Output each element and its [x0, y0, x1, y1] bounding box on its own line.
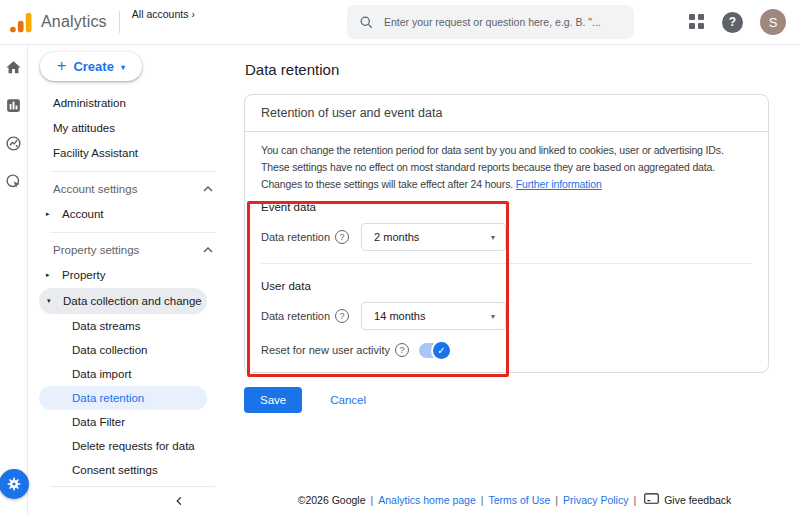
- cancel-button[interactable]: Cancel: [330, 394, 366, 406]
- user-retention-select[interactable]: 14 months ▾: [361, 302, 506, 330]
- create-label: Create: [73, 59, 113, 74]
- search-icon: [359, 15, 374, 30]
- sidebar-item-label: Administration: [53, 97, 126, 109]
- sidebar-footer: [50, 486, 215, 516]
- footer-link-terms[interactable]: Terms of Use: [489, 494, 551, 506]
- sidebar-item-data-streams[interactable]: Data streams: [28, 314, 229, 338]
- chevron-left-icon: [174, 495, 185, 507]
- divider: [50, 171, 215, 172]
- page-title: Data retention: [245, 61, 770, 78]
- sidebar-item-label: Data collection: [72, 344, 147, 356]
- sidebar-item-data-filter[interactable]: Data Filter: [28, 410, 229, 434]
- sidebar-item-property[interactable]: ▸ Property: [28, 263, 229, 288]
- toggle-thumb-check-icon: ✓: [431, 340, 452, 361]
- chevron-right-icon: ▸: [46, 271, 54, 279]
- description-text: You can change the retention period for …: [261, 144, 724, 190]
- event-retention-select[interactable]: 2 months ▾: [361, 223, 506, 251]
- sidebar-item-data-collection[interactable]: Data collection: [28, 338, 229, 362]
- footer-link-analytics-home[interactable]: Analytics home page: [378, 494, 475, 506]
- sidebar-item-delete-requests[interactable]: Delete requests for data: [28, 434, 229, 458]
- sidebar-item-label: Data collection and change: [63, 295, 202, 307]
- separator: |: [555, 494, 558, 506]
- plus-icon: +: [57, 57, 66, 75]
- sidebar-item-label: Property: [62, 269, 105, 281]
- card-title: Retention of user and event data: [245, 95, 768, 132]
- main-content: Data retention Retention of user and eve…: [229, 45, 800, 515]
- event-retention-row: Data retention ? 2 months ▾: [261, 223, 752, 251]
- explore-icon[interactable]: [5, 135, 22, 152]
- user-data-title: User data: [261, 280, 752, 292]
- home-icon[interactable]: [5, 59, 22, 76]
- separator: |: [371, 494, 374, 506]
- give-feedback-button[interactable]: Give feedback: [644, 493, 731, 506]
- logo-text: Analytics: [41, 13, 107, 31]
- sidebar-item-consent-settings[interactable]: Consent settings: [28, 458, 229, 482]
- form-actions: Save Cancel: [244, 387, 770, 413]
- breadcrumb[interactable]: All accounts ›: [132, 8, 195, 20]
- sidebar-item-data-retention[interactable]: Data retention: [39, 386, 207, 410]
- help-tooltip-icon[interactable]: ?: [335, 230, 349, 244]
- analytics-logo-icon: [10, 12, 32, 33]
- icon-rail: [0, 45, 28, 515]
- sidebar-item-administration[interactable]: Administration: [28, 91, 229, 116]
- copyright: ©2026 Google: [298, 494, 366, 506]
- section-property-settings[interactable]: Property settings: [28, 238, 229, 263]
- search-input[interactable]: [384, 16, 622, 28]
- sidebar-item-label: Consent settings: [72, 464, 158, 476]
- header-actions: ? S: [689, 9, 786, 35]
- reports-icon[interactable]: [5, 97, 22, 114]
- chevron-up-icon: [203, 247, 213, 253]
- sidebar-item-account[interactable]: ▸ Account: [28, 202, 229, 227]
- header-divider: [119, 11, 120, 33]
- feedback-label: Give feedback: [664, 494, 731, 506]
- page-footer: ©2026 Google | Analytics home page | Ter…: [229, 493, 800, 506]
- help-tooltip-icon[interactable]: ?: [335, 309, 349, 323]
- apps-grid-icon[interactable]: [689, 14, 705, 30]
- reset-activity-toggle[interactable]: ✓: [419, 343, 449, 358]
- footer-link-privacy[interactable]: Privacy Policy: [563, 494, 628, 506]
- sidebar-item-my-attitudes[interactable]: My attitudes: [28, 116, 229, 141]
- separator: |: [481, 494, 484, 506]
- toggle-label: Reset for new user activity: [261, 344, 390, 356]
- chevron-down-icon: ▾: [47, 297, 55, 305]
- create-button[interactable]: + Create ▾: [40, 52, 142, 81]
- sidebar-item-label: Facility Assistant: [53, 147, 138, 159]
- divider: [50, 232, 215, 233]
- selected-value: 2 months: [374, 231, 419, 243]
- top-app-bar: Analytics All accounts › ? S: [0, 0, 800, 45]
- advertising-icon[interactable]: [5, 173, 22, 190]
- analytics-logo[interactable]: Analytics: [10, 12, 107, 33]
- sidebar-item-label: Data import: [72, 368, 131, 380]
- collapse-sidebar-button[interactable]: [174, 495, 185, 507]
- chevron-up-icon: [203, 186, 213, 192]
- further-information-link[interactable]: Further information: [516, 178, 602, 190]
- analytics-app-window: Analytics All accounts › ? S: [0, 0, 800, 516]
- chevron-down-icon: ▾: [121, 63, 125, 72]
- sidebar-item-label: Delete requests for data: [72, 440, 195, 452]
- gear-icon: [6, 476, 22, 492]
- chevron-right-icon: ›: [191, 9, 194, 20]
- retention-card: Retention of user and event data You can…: [244, 94, 769, 373]
- save-button[interactable]: Save: [244, 387, 302, 413]
- section-account-settings[interactable]: Account settings: [28, 177, 229, 202]
- avatar[interactable]: S: [760, 9, 786, 35]
- settings-sidebar: + Create ▾ Administration My attitudes F…: [28, 45, 229, 515]
- help-icon[interactable]: ?: [722, 12, 743, 33]
- sidebar-item-facility-assistant[interactable]: Facility Assistant: [28, 141, 229, 166]
- selected-value: 14 months: [374, 310, 425, 322]
- help-tooltip-icon[interactable]: ?: [395, 343, 409, 357]
- sidebar-item-data-import[interactable]: Data import: [28, 362, 229, 386]
- sidebar-item-label: My attitudes: [53, 122, 115, 134]
- section-label: Account settings: [53, 183, 137, 195]
- sidebar-item-data-collection-and-change[interactable]: ▾ Data collection and change: [39, 288, 207, 314]
- admin-gear-button[interactable]: [0, 469, 29, 499]
- chevron-down-icon: ▾: [491, 312, 495, 321]
- event-data-title: Event data: [261, 201, 752, 213]
- sidebar-nav: Administration My attitudes Facility Ass…: [28, 91, 229, 482]
- divider: [261, 263, 752, 264]
- search-bar[interactable]: [347, 5, 634, 39]
- sidebar-item-label: Data Filter: [72, 416, 125, 428]
- section-label: Property settings: [53, 244, 139, 256]
- field-label: Data retention: [261, 310, 330, 322]
- sidebar-item-label: Data streams: [72, 320, 140, 332]
